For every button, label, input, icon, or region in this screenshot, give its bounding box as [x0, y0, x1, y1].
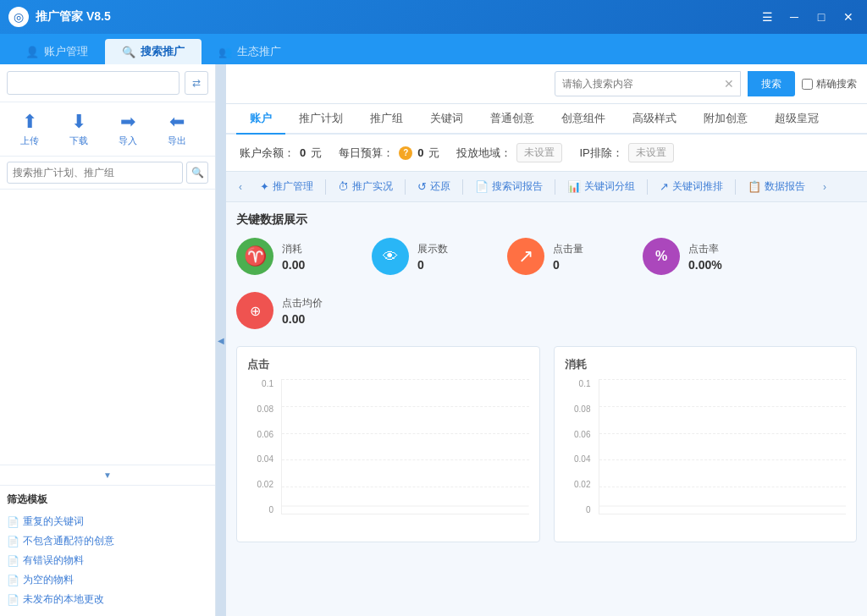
upload-button[interactable]: ⬆ 上传 [7, 107, 52, 151]
func-realtime-button[interactable]: ⏱ 推广实况 [329, 176, 401, 197]
balance-info: 账户余额： 0 元 [240, 146, 322, 161]
tab-eco[interactable]: 👥 生态推广 [202, 39, 298, 64]
filter-item-label-4: 未发布的本地更改 [23, 592, 104, 607]
download-icon: ⬇ [71, 111, 86, 133]
filter-item-label-3: 为空的物料 [23, 573, 74, 587]
charts-row: 点击 0.1 0.08 0.06 0.04 0.02 0 [236, 346, 857, 542]
kpi-impressions-info: 展示数 0 [417, 242, 448, 272]
tab-bar: 👤 账户管理 🔍 搜索推广 👥 生态推广 [0, 34, 867, 64]
func-sep-5 [735, 179, 736, 195]
title-bar: ◎ 推广管家 V8.5 ☰ ─ □ ✕ [0, 0, 867, 34]
tab-account-tab[interactable]: 账户 [236, 104, 285, 135]
filter-item-4[interactable]: 📄 未发布的本地更改 [7, 590, 208, 609]
search-button[interactable]: 搜索 [748, 71, 795, 96]
spend-chart-box: 消耗 0.1 0.08 0.06 0.04 0.02 0 [554, 346, 858, 542]
tab-search-icon: 🔍 [122, 46, 135, 58]
keyword-group-icon: 📊 [567, 180, 581, 193]
filter-item-2[interactable]: 📄 有错误的物料 [7, 551, 208, 570]
filter-item-0[interactable]: 📄 重复的关键词 [7, 512, 208, 531]
filter-item-icon-1: 📄 [7, 536, 19, 547]
left-toolbar: ⬆ 上传 ⬇ 下载 ➡ 导入 ⬅ 导出 [0, 102, 215, 157]
func-keyword-group-button[interactable]: 📊 关键词分组 [559, 176, 643, 197]
top-search-input[interactable] [555, 71, 741, 96]
app-icon: ◎ [8, 7, 29, 27]
collapse-handle[interactable]: ◀ [216, 64, 226, 616]
filter-templates-title: 筛选模板 [7, 492, 208, 507]
y-label-1-2: 0.06 [574, 430, 590, 439]
region-button[interactable]: 未设置 [516, 143, 562, 162]
clicks-chart-box: 点击 0.1 0.08 0.06 0.04 0.02 0 [236, 346, 540, 542]
clicks-y-axis: 0.1 0.08 0.06 0.04 0.02 0 [247, 379, 277, 514]
left-blank-input[interactable] [7, 71, 179, 95]
spend-y-axis: 0.1 0.08 0.06 0.04 0.02 0 [565, 379, 594, 514]
import-button[interactable]: ➡ 导入 [105, 107, 151, 151]
y-label-1-3: 0.04 [574, 454, 590, 464]
func-data-report-button[interactable]: 📋 数据报告 [739, 176, 814, 197]
close-button[interactable]: ✕ [838, 7, 859, 27]
content-area: 关键数据展示 ♈ 消耗 0.00 👁 展示数 0 [226, 202, 867, 616]
kpi-spend-label: 消耗 [282, 242, 305, 256]
export-icon: ⬅ [169, 111, 185, 133]
tab-search[interactable]: 🔍 搜索推广 [105, 39, 202, 64]
main-layout: ⇄ ⬆ 上传 ⬇ 下载 ➡ 导入 ⬅ 导出 🔍 [0, 64, 867, 616]
func-next-button[interactable]: › [815, 178, 834, 196]
func-prev-button[interactable]: ‹ [231, 178, 250, 196]
minimize-button[interactable]: ─ [784, 7, 804, 27]
left-panel: ⇄ ⬆ 上传 ⬇ 下载 ➡ 导入 ⬅ 导出 🔍 [0, 64, 216, 616]
filter-item-icon-4: 📄 [7, 594, 19, 606]
menu-button[interactable]: ☰ [757, 7, 777, 27]
kpi-avg-cpc-label: 点击均价 [282, 296, 323, 311]
func-restore-button[interactable]: ↺ 还原 [409, 176, 459, 197]
kpi-ctr: % 点击率 0.00% [643, 238, 761, 275]
question-mark-icon[interactable]: ? [399, 146, 412, 160]
maximize-button[interactable]: □ [811, 7, 831, 27]
clicks-svg [282, 379, 529, 514]
tab-crown-tab[interactable]: 超级皇冠 [761, 104, 832, 135]
tab-search-label: 搜索推广 [141, 44, 185, 59]
plan-group-search-input[interactable] [7, 162, 183, 184]
search-icon: 🔍 [191, 167, 204, 179]
func-manage-button[interactable]: ✦ 推广管理 [251, 176, 322, 197]
tab-add-creative-tab[interactable]: 附加创意 [690, 104, 761, 135]
left-tree[interactable] [0, 190, 215, 465]
export-button[interactable]: ⬅ 导出 [154, 107, 200, 151]
filter-item-1[interactable]: 📄 不包含通配符的创意 [7, 531, 208, 551]
section-title: 关键数据展示 [236, 212, 857, 228]
search-input-wrap: ✕ [555, 71, 741, 96]
filter-item-label-1: 不包含通配符的创意 [23, 534, 114, 548]
func-search-report-button[interactable]: 📄 搜索词报告 [467, 176, 551, 197]
kpi-impressions-icon: 👁 [372, 238, 409, 275]
daily-budget-value: 0 [417, 146, 423, 159]
upload-icon: ⬆ [22, 111, 37, 133]
tab-keyword-tab[interactable]: 关键词 [417, 104, 477, 135]
download-button[interactable]: ⬇ 下载 [56, 107, 102, 151]
plan-group-search-button[interactable]: 🔍 [186, 162, 208, 184]
filter-item-icon-3: 📄 [7, 575, 19, 586]
filter-item-3[interactable]: 📄 为空的物料 [7, 570, 208, 590]
kpi-avg-cpc-icon: ⊕ [236, 292, 273, 329]
data-report-label: 数据报告 [765, 179, 805, 194]
kpi-ctr-info: 点击率 0.00% [688, 242, 722, 272]
daily-budget-unit: 元 [428, 146, 439, 161]
tab-creative-tab[interactable]: 普通创意 [477, 104, 548, 135]
tab-eco-icon: 👥 [218, 46, 232, 58]
filter-item-label-2: 有错误的物料 [23, 553, 84, 568]
tab-advanced-tab[interactable]: 高级样式 [619, 104, 690, 135]
ip-button[interactable]: 未设置 [628, 143, 674, 162]
tab-plan-tab[interactable]: 推广计划 [285, 104, 356, 135]
balance-unit: 元 [311, 146, 322, 161]
tab-creative-group-tab[interactable]: 创意组件 [548, 104, 619, 135]
y-label-0-2: 0.06 [257, 430, 273, 439]
y-label-0-5: 0 [268, 505, 273, 514]
tab-account[interactable]: 👤 账户管理 [8, 39, 105, 64]
filter-templates: 筛选模板 📄 重复的关键词 📄 不包含通配符的创意 📄 有错误的物料 📄 为空的… [0, 485, 215, 616]
swap-icon: ⇄ [192, 77, 201, 89]
scroll-down-button[interactable]: ▼ [0, 465, 215, 485]
precise-search-checkbox[interactable] [802, 79, 813, 90]
search-clear-button[interactable]: ✕ [717, 71, 741, 96]
restore-label: 还原 [430, 179, 450, 194]
func-keyword-rank-button[interactable]: ↗ 关键词推排 [651, 176, 732, 197]
swap-button[interactable]: ⇄ [185, 71, 208, 95]
tab-group-tab[interactable]: 推广组 [356, 104, 417, 135]
daily-budget-info: 每日预算： ? 0 元 [339, 146, 439, 161]
